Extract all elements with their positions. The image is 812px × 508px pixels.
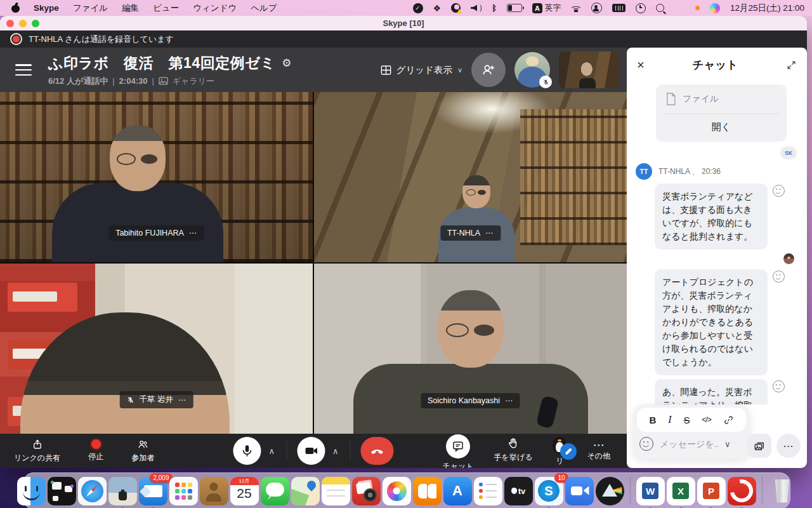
strikethrough-button[interactable]: S [683, 415, 690, 425]
menu-window[interactable]: ウィンドウ [193, 3, 237, 14]
dock-desktop-preview-icon[interactable] [108, 477, 137, 505]
stop-recording-button[interactable]: 停止 [88, 439, 103, 462]
add-reaction-button[interactable] [773, 380, 785, 392]
raise-hand-button[interactable]: 手を挙げる [494, 437, 533, 463]
add-reaction-button[interactable] [773, 271, 785, 283]
menu-file[interactable]: ファイル [73, 3, 108, 14]
menu-app-name[interactable]: Skype [34, 3, 59, 13]
dock-reminders-icon[interactable] [474, 477, 502, 505]
send-image-button[interactable] [747, 434, 771, 458]
message-input[interactable] [658, 438, 719, 450]
composer-more-button[interactable]: ⋯ [776, 434, 801, 458]
dock-contacts-icon[interactable] [200, 477, 228, 505]
siri-icon[interactable] [710, 3, 720, 13]
add-participant-button[interactable] [471, 53, 506, 87]
participant-avatar-thumbnail[interactable] [514, 52, 550, 88]
participant-name-label[interactable]: Tabihito FUJIHARA ⋯ [108, 225, 204, 241]
spotlight-icon[interactable] [656, 4, 664, 12]
collapse-composer-chevron[interactable]: ∨ [724, 439, 731, 449]
video-tile-kanbayashi[interactable]: Soichiro Kanbayashi ⋯ [314, 264, 627, 434]
dock-prism-icon[interactable] [596, 477, 624, 505]
dock-skype-icon[interactable]: S 10 [535, 477, 563, 505]
menu-bar-clock[interactable]: 12月25日(土) 21:00 [730, 3, 804, 14]
control-center-icon[interactable] [674, 4, 685, 12]
dock-mail-icon[interactable]: 2,009 [139, 477, 167, 505]
tile-more-icon[interactable]: ⋯ [505, 396, 513, 405]
tile-more-icon[interactable]: ⋯ [485, 229, 494, 237]
dock-photo-booth-icon[interactable] [352, 477, 381, 505]
input-method-indicator[interactable]: A 英字 [532, 3, 561, 13]
participant-name-label[interactable]: TT-NHLA ⋯ [440, 225, 501, 241]
dock-zoom-icon[interactable] [565, 477, 594, 505]
close-chat-button[interactable]: × [637, 58, 645, 72]
apple-menu-icon[interactable] [11, 3, 20, 13]
video-tile-tt-nhla[interactable]: TT-NHLA ⋯ [314, 92, 627, 262]
dock-powerpoint-icon[interactable]: P [697, 477, 726, 505]
chat-message-bubble[interactable]: アートプロジェクトの方が、災害ボランティアよりも、搾取的なかかわりができるとある… [655, 269, 768, 375]
chat-message-bubble[interactable]: 災害ボランティアなどは、支援する面も大きいですが、搾取的にもなると批判されます。 [655, 184, 768, 250]
more-options-button[interactable]: ⋯ その他 [587, 437, 610, 462]
participant-name-label[interactable]: 千草 岩井 ⋯ [119, 391, 193, 408]
reactions-button[interactable]: リ [553, 437, 566, 467]
menu-view[interactable]: ビュー [153, 3, 179, 14]
user-account-icon[interactable] [591, 3, 602, 13]
battery-icon[interactable] [507, 4, 522, 12]
message-composer[interactable]: B I S </> ∨ [633, 404, 750, 459]
dock-window-manager-icon[interactable] [48, 477, 76, 505]
dock-word-icon[interactable]: W [636, 477, 665, 505]
open-file-button[interactable]: 開く [665, 114, 778, 142]
camera-button[interactable] [297, 437, 325, 465]
grid-view-selector[interactable]: グリッド表示 ∨ [381, 64, 462, 76]
wifi-icon[interactable] [571, 4, 581, 12]
bluetooth-icon[interactable]: ᛒ [492, 3, 497, 13]
participant-name-label[interactable]: Soichiro Kanbayashi ⋯ [421, 393, 520, 408]
keyboard-icon[interactable] [612, 4, 625, 12]
microphone-options-chevron[interactable]: ∧ [267, 446, 276, 456]
dock-finder-icon[interactable] [17, 477, 46, 505]
add-reaction-button[interactable] [773, 185, 785, 197]
dock-safari-icon[interactable] [78, 477, 107, 505]
call-settings-gear-icon[interactable]: ⚙ [282, 57, 291, 70]
camera-options-chevron[interactable]: ∧ [331, 446, 340, 456]
expand-chat-icon[interactable] [786, 60, 797, 70]
dock-apple-tv-icon[interactable]: tv [504, 477, 533, 505]
bold-button[interactable]: B [649, 415, 656, 425]
dock-app-store-icon[interactable]: A [443, 477, 472, 505]
gallery-label[interactable]: ギャラリー [173, 76, 214, 87]
participant-video-thumbnail[interactable] [559, 51, 619, 88]
video-tile-chigusa-iwai[interactable]: 千草 岩井 ⋯ [0, 264, 313, 434]
dock-calendar-icon[interactable]: 12月 25 [230, 477, 259, 505]
end-call-button[interactable] [361, 437, 394, 465]
tile-more-icon[interactable]: ⋯ [178, 396, 187, 404]
italic-button[interactable]: I [668, 414, 671, 425]
dock-photos-icon[interactable] [383, 477, 411, 505]
code-button[interactable]: </> [702, 415, 710, 424]
dock-trend-micro-icon[interactable] [728, 477, 756, 505]
file-attachment-card[interactable]: ファイル 開く [656, 84, 787, 142]
dock-notes-icon[interactable] [322, 477, 350, 505]
link-button[interactable] [723, 415, 734, 425]
dock-excel-icon[interactable]: X [667, 477, 695, 505]
menu-edit[interactable]: 編集 [122, 3, 139, 14]
video-tile-fujihara[interactable]: Tabihito FUJIHARA ⋯ [0, 92, 313, 262]
shield-warning-icon[interactable] [451, 3, 461, 13]
microphone-button[interactable] [233, 437, 261, 465]
participants-button[interactable]: 参加者 [131, 439, 154, 464]
hamburger-menu-button[interactable] [15, 64, 32, 76]
todo-check-icon[interactable]: ✓ [413, 3, 423, 13]
dock-messages-icon[interactable] [261, 477, 289, 505]
tile-more-icon[interactable]: ⋯ [189, 229, 197, 237]
dock-books-icon[interactable] [413, 477, 442, 505]
dock-launchpad-icon[interactable] [169, 477, 198, 505]
dropbox-sync-icon[interactable]: ❖ [433, 3, 442, 13]
menu-help[interactable]: ヘルプ [251, 3, 277, 14]
share-link-button[interactable]: リンクの共有 [14, 439, 60, 464]
chat-button[interactable]: チャット [442, 437, 473, 468]
dock-maps-icon[interactable] [291, 477, 320, 505]
chat-message-list[interactable]: ファイル 開く SK TT TT-NHLA 、 20:36 災害ボランティアなど… [627, 82, 807, 404]
dock-trash-icon[interactable] [768, 477, 797, 505]
chat-message-bubble[interactable]: あ、間違った。災害ボランティアより、搾取的じゃないということでした。 [655, 379, 768, 404]
time-machine-icon[interactable] [636, 3, 646, 13]
sender-avatar[interactable]: TT [636, 163, 652, 180]
volume-icon[interactable] [471, 4, 481, 12]
